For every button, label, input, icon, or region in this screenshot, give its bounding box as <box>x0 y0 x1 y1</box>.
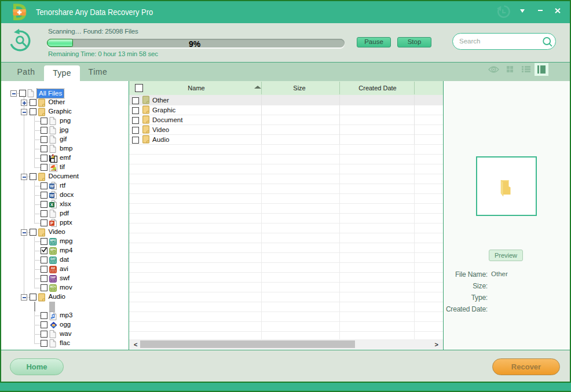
svg-text:SWF: SWF <box>50 276 56 279</box>
svg-text:DAT: DAT <box>50 258 56 261</box>
svg-text:MOV: MOV <box>50 285 56 288</box>
svg-text:W: W <box>50 193 54 198</box>
svg-text:MP4: MP4 <box>50 248 56 251</box>
svg-text:W: W <box>50 184 54 189</box>
svg-text:X: X <box>50 202 53 207</box>
svg-text:MPG: MPG <box>50 239 56 242</box>
svg-text:P: P <box>50 221 53 226</box>
svg-text:AVI: AVI <box>51 267 55 270</box>
